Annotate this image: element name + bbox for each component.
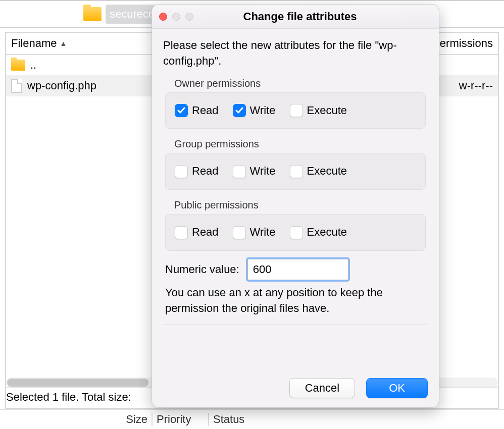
sort-asc-icon: ▲ <box>60 39 67 47</box>
group-permissions-group: Read Write Execute <box>165 153 426 190</box>
write-label: Write <box>250 225 276 240</box>
numeric-value-input[interactable] <box>247 259 348 280</box>
owner-execute[interactable]: Execute <box>290 103 347 119</box>
public-read[interactable]: Read <box>175 225 219 240</box>
file-icon <box>11 79 22 93</box>
group-read[interactable]: Read <box>175 164 219 179</box>
write-label: Write <box>250 103 276 119</box>
column-permissions[interactable]: ermissions <box>440 37 493 50</box>
hint-text: You can use an x at any position to keep… <box>165 285 426 316</box>
execute-label: Execute <box>307 225 347 240</box>
owner-group-label: Owner permissions <box>174 76 428 90</box>
folder-icon <box>11 60 25 71</box>
folder-icon <box>83 7 102 21</box>
file-permissions: w-r--r-- <box>459 79 493 92</box>
divider <box>163 325 428 325</box>
close-icon[interactable] <box>159 13 167 21</box>
group-group-label: Group permissions <box>174 137 428 151</box>
dialog-titlebar[interactable]: Change file attributes <box>152 5 439 29</box>
owner-read[interactable]: Read <box>175 103 219 119</box>
column-priority[interactable]: Priority <box>153 413 208 426</box>
column-filename[interactable]: Filename <box>11 37 57 50</box>
public-permissions-group: Read Write Execute <box>165 214 426 251</box>
read-label: Read <box>192 225 219 240</box>
owner-permissions-group: Read Write Execute <box>165 92 426 129</box>
group-write[interactable]: Write <box>233 164 276 179</box>
owner-write[interactable]: Write <box>233 103 276 119</box>
numeric-label: Numeric value: <box>165 262 239 278</box>
ok-button[interactable]: OK <box>366 378 428 398</box>
column-status[interactable]: Status <box>209 413 244 426</box>
execute-label: Execute <box>307 103 347 119</box>
file-name: wp-config.php <box>27 79 96 92</box>
dialog-prompt: Please select the new attributes for the… <box>163 38 428 69</box>
write-label: Write <box>250 164 276 179</box>
change-attributes-dialog: Change file attributes Please select the… <box>152 4 439 408</box>
public-group-label: Public permissions <box>174 198 428 212</box>
dialog-title: Change file attributes <box>168 10 432 23</box>
dialog-footer: Cancel OK <box>152 371 439 407</box>
group-execute[interactable]: Execute <box>290 164 347 179</box>
queue-header: Size Priority Status <box>0 409 504 429</box>
cancel-button[interactable]: Cancel <box>289 378 355 398</box>
public-write[interactable]: Write <box>233 225 276 240</box>
public-execute[interactable]: Execute <box>290 225 347 240</box>
execute-label: Execute <box>307 164 347 179</box>
column-size[interactable]: Size <box>0 413 152 426</box>
parent-dir-label: .. <box>30 59 36 72</box>
read-label: Read <box>192 164 219 179</box>
read-label: Read <box>192 103 219 119</box>
